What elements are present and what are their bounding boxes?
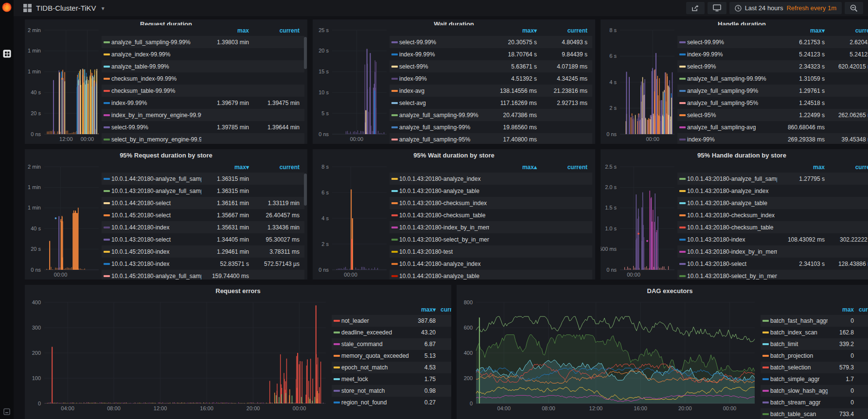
legend-label[interactable]: analyze_full_sampling-99.99%	[686, 75, 777, 82]
legend-col-max[interactable]: max▾	[409, 306, 441, 313]
legend-label[interactable]: index-99.99%	[110, 100, 201, 106]
legend-label[interactable]: batch_slow_hash_aggr	[769, 387, 828, 394]
legend-label[interactable]: 10.0.1.43:20180-analyze_index	[398, 175, 489, 182]
legend-col-current[interactable]: current	[254, 27, 304, 34]
graph[interactable]: 8 s6 s4 s2 s0 ns00:00	[313, 162, 390, 279]
legend-label[interactable]: 10.0.1.43:20180-select_by_in_memory_engi…	[398, 236, 489, 243]
legend-label[interactable]: 10.0.1.43:20180-analyze_full_sampling	[686, 175, 777, 182]
zoom-out-button[interactable]	[845, 2, 863, 14]
legend-label[interactable]: select-99%	[686, 63, 777, 70]
legend-col-max[interactable]: max▴	[489, 164, 542, 171]
panel-title[interactable]: Wait duration	[313, 19, 595, 25]
legend-label[interactable]: analyze_full_sampling-95%	[686, 100, 777, 106]
legend-label[interactable]: 10.0.1.43:20180-analyze_full_sampling	[110, 188, 201, 194]
legend-label[interactable]: 10.0.1.44:20180-select	[110, 200, 201, 207]
legend-label[interactable]: index_by_in_memory_engine-99.99%	[110, 112, 201, 119]
panel-title[interactable]: 95% Wait duration by store	[313, 149, 595, 162]
legend-label[interactable]: 10.0.1.45:20180-analyze_full_sampling	[110, 273, 201, 279]
legend-label[interactable]: select-99%	[398, 63, 489, 70]
legend-label[interactable]: analyze_full_sampling-99.99%	[398, 112, 489, 119]
legend-label[interactable]: 10.0.1.43:20180-analyze_table	[686, 200, 777, 207]
graph[interactable]: 2 min1 min1 min40 s20 s0 ns12:0000:00	[25, 25, 102, 144]
bottom-menu-icon[interactable]	[0, 408, 14, 415]
panel-title[interactable]: Request duration	[25, 19, 307, 25]
legend-label[interactable]: 10.0.1.43:20180-analyze_table	[398, 188, 489, 194]
apps-icon[interactable]	[0, 50, 14, 58]
grafana-logo[interactable]	[0, 0, 14, 15]
legend-label[interactable]: 10.0.1.43:20180-test	[398, 248, 489, 255]
legend-col-current[interactable]: current	[542, 27, 592, 34]
legend-col-current[interactable]: current	[254, 164, 304, 171]
legend-label[interactable]: batch_fast_hash_aggr	[769, 317, 828, 324]
graph[interactable]: 2 min1 min1 min40 s20 s0 ns00:00	[25, 162, 102, 279]
graph[interactable]: 25 s20 s15 s10 s5 s0 ns00:00	[313, 25, 390, 144]
legend-label[interactable]: batch_simple_aggr	[769, 376, 828, 383]
legend-label[interactable]: 10.0.1.43:20180-index_by_in_memory_engin…	[686, 248, 777, 255]
legend-label[interactable]: analyze_full_sampling-99.99%	[110, 39, 201, 46]
graph[interactable]: 800600400200004:0008:0012:0016:0020:0000…	[457, 297, 761, 419]
legend-col-max[interactable]: max	[201, 27, 254, 34]
panel-title[interactable]: DAG executors	[457, 285, 868, 297]
graph[interactable]: 8 s6 s4 s2 s0 ns00:00	[601, 25, 677, 144]
dashboard-title-button[interactable]: TIDB-Cluster-TiKV ▼	[23, 4, 106, 12]
panel-title[interactable]: Request errors	[25, 285, 451, 297]
legend-col-current[interactable]: current	[441, 306, 451, 313]
legend-label[interactable]: stale_command	[340, 341, 409, 348]
legend-label[interactable]: select-avg	[398, 100, 489, 106]
time-range-button[interactable]: Last 24 hours Refresh every 1m	[729, 2, 842, 14]
legend-label[interactable]: analyze_full_sampling-99%	[398, 124, 489, 131]
panel-title[interactable]: 95% Request duration by store	[25, 149, 307, 162]
legend-label[interactable]: 10.0.1.43:20180-analyze_index	[686, 188, 777, 194]
legend-label[interactable]: 10.0.1.45:20180-index	[110, 248, 201, 255]
legend-col-max[interactable]: max▾	[777, 27, 830, 34]
legend-col-current[interactable]: current	[830, 27, 868, 34]
legend-label[interactable]: meet_lock	[340, 376, 409, 383]
legend-label[interactable]: store_not_match	[340, 387, 409, 394]
legend-label[interactable]: batch_selection	[769, 364, 828, 371]
panel-title[interactable]: Handle duration	[601, 19, 868, 25]
legend-label[interactable]: batch_limit	[769, 341, 828, 348]
legend-label[interactable]: analyze_index-99.99%	[110, 51, 201, 58]
legend-label[interactable]: 10.0.1.44:20180-index	[110, 224, 201, 231]
legend-label[interactable]: checksum_table-99.99%	[110, 87, 201, 94]
legend-scrollbar[interactable]	[304, 37, 307, 69]
legend-col-current[interactable]: current	[830, 164, 868, 171]
legend-label[interactable]: 10.0.1.43:20180-checksum_index	[686, 212, 777, 219]
tv-mode-button[interactable]	[708, 2, 726, 14]
legend-label[interactable]: select-99.99%	[398, 39, 489, 46]
legend-label[interactable]: select-95%	[686, 112, 777, 119]
panel-title[interactable]: 95% Handle duration by store	[601, 149, 868, 162]
legend-label[interactable]: 10.0.1.44:20180-analyze_index	[398, 261, 489, 267]
legend-label[interactable]: batch_stream_aggr	[769, 399, 828, 406]
legend-label[interactable]: batch_index_scan	[769, 329, 828, 336]
legend-label[interactable]: index-99%	[398, 75, 489, 82]
legend-label[interactable]: select_by_in_memory_engine-99.99%	[110, 136, 201, 143]
legend-label[interactable]: analyze_table-99.99%	[110, 63, 201, 70]
legend-label[interactable]: index-99.99%	[398, 51, 489, 58]
legend-label[interactable]: 10.0.1.43:20180-checksum_table	[398, 212, 489, 219]
legend-label[interactable]: 10.0.1.43:20180-checksum_index	[398, 200, 489, 207]
legend-label[interactable]: 10.0.1.45:20180-select	[110, 212, 201, 219]
legend-label[interactable]: 10.0.1.43:20180-select	[686, 261, 777, 267]
legend-col-current[interactable]: current	[542, 164, 592, 171]
legend-col-max[interactable]: max▾	[489, 27, 542, 34]
legend-label[interactable]: batch_table_scan	[769, 411, 828, 418]
legend-label[interactable]: index-avg	[398, 87, 489, 94]
legend-label[interactable]: not_leader	[340, 317, 409, 324]
legend-label[interactable]: 10.0.1.43:20180-index	[686, 236, 777, 243]
legend-label[interactable]: epoch_not_match	[340, 364, 409, 371]
legend-label[interactable]: select-99.99%	[110, 124, 201, 131]
legend-label[interactable]: index-99%	[686, 136, 777, 143]
graph[interactable]: 400300200100004:0008:0012:0016:0020:0000…	[25, 297, 332, 419]
legend-label[interactable]: deadline_exceeded	[340, 329, 409, 336]
legend-label[interactable]: 10.0.1.43:20180-index	[110, 261, 201, 267]
legend-label[interactable]: index-99.99%	[686, 51, 777, 58]
legend-label[interactable]: select-99.99%	[686, 39, 777, 46]
graph[interactable]: 2.5 s2.0 s1.5 s1.0 s500 ms0 ns00:00	[601, 162, 677, 279]
legend-label[interactable]: 10.0.1.43:20180-checksum_table	[686, 224, 777, 231]
legend-label[interactable]: checksum_index-99.99%	[110, 75, 201, 82]
legend-label[interactable]: analyze_full_sampling-95%	[398, 136, 489, 143]
legend-col-max[interactable]: max▾	[201, 164, 254, 171]
legend-label[interactable]: 10.0.1.43:20180-select_by_in_memory_engi…	[686, 273, 777, 279]
share-button[interactable]	[686, 2, 705, 14]
